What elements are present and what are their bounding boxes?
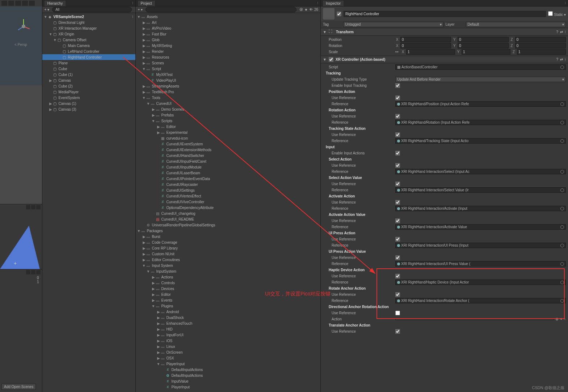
reference-field[interactable]: XRI RightHand/Tracking State (Input Acti… [395,138,566,144]
project-item[interactable]: ▼▬CurvedUI [136,101,321,106]
add-button[interactable]: + [14,260,17,266]
hierarchy-item[interactable]: ▼▢XR Origin [42,31,135,37]
reference-field[interactable]: XRI RightHand Interaction/UI Press Value… [395,261,566,267]
hierarchy-item[interactable]: ▼▢Camera Offset [42,37,135,43]
checkbox[interactable] [395,151,400,155]
project-item[interactable]: ▤CurvedUI_changelog [136,210,321,216]
project-item[interactable]: ▶▬Code Coverage [136,239,321,245]
checkbox[interactable] [395,329,400,334]
project-item[interactable]: ▶▬Fast Blur [136,31,321,37]
reference-field[interactable]: XRI RightHand/Rotation (Input Action Ref… [395,120,566,125]
orientation-gizmo[interactable] [14,17,33,35]
help-icon[interactable]: ? [556,30,558,34]
favorite-icon[interactable]: ★ [304,8,308,12]
project-item[interactable]: ▶▬MyXRSeting [136,43,321,48]
project-item[interactable]: ▼▬Scripts [136,118,321,124]
menu-icon[interactable]: ⁝ [565,57,566,61]
hierarchy-tab[interactable]: Hierarchy [45,1,66,6]
project-item[interactable]: #CurvedUIViveController [136,199,321,205]
hierarchy-item[interactable]: ▢Cube (1) [42,72,135,77]
static-checkbox[interactable] [548,11,553,16]
add-icon[interactable]: + [560,317,562,321]
layer-dropdown[interactable]: Default▾ [466,22,566,27]
max-icon[interactable] [31,270,35,274]
action-field[interactable] [395,319,554,320]
inspector-tab[interactable]: Inspector [323,1,344,6]
preset-icon[interactable]: ⇄ [560,57,563,61]
z-field[interactable] [517,49,566,55]
hidden-icon[interactable]: 👁 [309,8,313,12]
tag-dropdown[interactable]: Untagged▾ [343,22,443,27]
project-item[interactable]: ▶▬OnScreen [136,349,321,355]
checkbox[interactable] [395,95,400,100]
y-field[interactable] [458,43,508,48]
checkbox[interactable] [395,132,400,137]
reference-field[interactable]: XRI RightHand Interaction/UI Press (Inpu… [395,243,566,248]
project-item[interactable]: ▼▬PlayerInput [136,361,321,367]
lock-icon[interactable]: ⁝ [132,1,133,5]
project-item[interactable]: #PlayerInput [136,384,321,390]
close-icon[interactable] [36,205,41,209]
project-item[interactable]: ▶▬Controls [136,280,321,286]
hierarchy-item[interactable]: ▢EventSystem [42,95,135,101]
project-item[interactable]: ▶▬AVProVideo [136,25,321,31]
project-item[interactable]: ▼▬Plugins [136,303,321,309]
filter-icon[interactable]: ⦿ [299,8,303,12]
hierarchy-search[interactable] [52,7,131,12]
y-field[interactable] [458,37,508,42]
project-item[interactable]: ▶▬EnhancedTouch [136,320,321,326]
project-item[interactable]: ▶▬DualShock [136,315,321,320]
project-item[interactable]: #CurvedUIPointerEventData [136,176,321,182]
x-field[interactable] [400,37,451,42]
reference-field[interactable]: XRI RightHand Interaction/Select (Input … [395,169,566,174]
project-item[interactable]: ⚙DefaultInputActions [136,372,321,378]
gameobject-name-field[interactable] [344,11,546,17]
lock-icon[interactable]: ⁝ [565,1,566,5]
create-button[interactable]: + ▾ [45,8,50,12]
z-field[interactable] [515,37,566,42]
project-item[interactable]: ▶▬Demo Scenes [136,106,321,112]
close-icon[interactable] [36,270,41,274]
project-item[interactable]: #OptionalDependencyAttribute [136,205,321,210]
project-item[interactable]: #CurvedUIRaycaster [136,182,321,187]
menu-icon[interactable]: ⁝ [565,30,566,34]
project-item[interactable]: ▶▬Android [136,309,321,315]
project-item[interactable]: #CurvedUIExtensionMethods [136,147,321,153]
hierarchy-item[interactable]: ▢MediaPlayer [42,89,135,95]
project-item[interactable]: ▶▬Editor Coroutines [136,257,321,263]
checkbox[interactable] [395,83,400,88]
checkbox[interactable] [395,114,400,119]
help-icon[interactable]: ? [556,57,558,61]
dropdown[interactable]: Update And Before Render▾ [395,77,566,82]
project-item[interactable]: ▶▬Resources [136,54,321,60]
project-item[interactable]: #CurvedUIInputModule [136,164,321,170]
max-icon[interactable] [31,205,35,209]
hierarchy-item[interactable]: ▶▢Canvas (3) [42,106,135,112]
project-item[interactable]: ▶▬Glob [136,37,321,43]
project-item[interactable]: ▶▬Render [136,48,321,54]
transform-header[interactable]: ▼⛶ Transform?⇄⁝ [321,28,568,36]
hierarchy-item[interactable]: ▢Plane [42,60,135,66]
hierarchy-item[interactable]: ▢Cube (2) [42,83,135,89]
reference-field[interactable]: XRI RightHand Interaction/Activate Value [395,224,566,230]
project-item[interactable]: ▶▬TextMesh Pro [136,89,321,95]
component-enabled-checkbox[interactable] [329,57,333,62]
checkbox[interactable] [395,218,400,223]
checkbox[interactable] [395,311,400,315]
checkbox[interactable] [395,237,400,242]
x-field[interactable] [400,43,451,48]
reference-field[interactable]: XRI RightHand Interaction/Activate (Inpu… [395,206,566,211]
reference-field[interactable]: XRI RightHand Interaction/Rotate Anchor … [395,298,566,303]
project-item[interactable]: ▶▬HID [136,326,321,332]
project-item[interactable]: #CurvedUIEventSystem [136,141,321,147]
project-item[interactable]: ▶▬StreamingAssets [136,83,321,89]
add-open-scenes-button[interactable]: Add Open Scenes [1,384,36,390]
preset-icon[interactable]: ⇄ [560,30,563,34]
project-item[interactable]: #DefaultInputActions [136,367,321,372]
create-button[interactable]: + ▾ [138,8,143,12]
project-item[interactable]: #CurvedUILaserBeam [136,170,321,176]
project-item[interactable]: ▶▬Linux [136,344,321,349]
project-item[interactable]: ▶▬Burst [136,234,321,239]
project-item[interactable]: ▶▬Custom NUnit [136,251,321,257]
active-checkbox[interactable] [337,12,341,16]
